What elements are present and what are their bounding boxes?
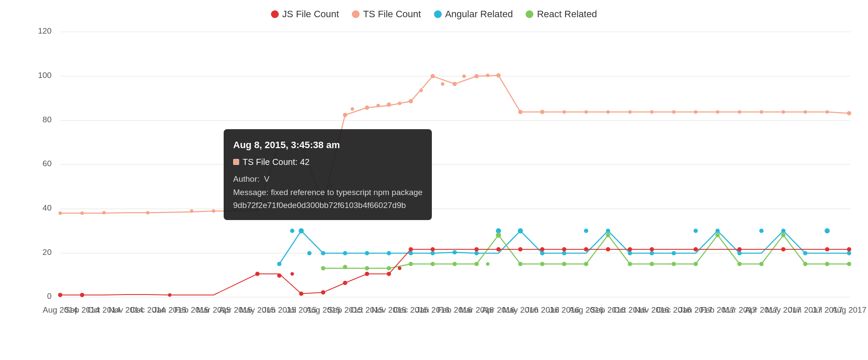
chart-container: JS File Count TS File Count Angular Rela… bbox=[0, 0, 868, 360]
legend-label-angular: Angular Related bbox=[445, 9, 513, 20]
ts-dot bbox=[606, 110, 610, 114]
ts-dot bbox=[441, 82, 444, 86]
react-dot bbox=[584, 262, 588, 266]
js-dot bbox=[290, 272, 294, 276]
ts-dot bbox=[496, 73, 501, 78]
angular-dot bbox=[518, 228, 523, 233]
react-dot bbox=[387, 266, 391, 270]
angular-dot bbox=[715, 229, 720, 233]
react-dot bbox=[781, 233, 785, 237]
js-dot bbox=[398, 267, 401, 270]
ts-dot bbox=[255, 208, 259, 211]
js-dot bbox=[496, 247, 501, 251]
angular-dot bbox=[847, 251, 851, 255]
angular-dot bbox=[693, 229, 698, 233]
ts-dot bbox=[738, 110, 741, 114]
react-dot bbox=[715, 233, 720, 237]
angular-dot bbox=[781, 229, 785, 233]
legend-item-angular: Angular Related bbox=[434, 9, 513, 20]
svg-text:0: 0 bbox=[47, 292, 52, 301]
js-dot bbox=[321, 290, 325, 295]
ts-dot bbox=[212, 209, 215, 213]
react-dot bbox=[562, 262, 566, 266]
react-dot bbox=[518, 262, 523, 266]
js-dot bbox=[540, 247, 545, 251]
angular-dot bbox=[277, 262, 281, 266]
angular-dot bbox=[321, 251, 325, 255]
legend-label-ts: TS File Count bbox=[363, 9, 421, 20]
angular-dot bbox=[343, 251, 347, 255]
react-dot bbox=[343, 265, 347, 269]
react-dot bbox=[409, 262, 413, 266]
legend-item-ts: TS File Count bbox=[352, 9, 421, 20]
ts-dot bbox=[847, 111, 851, 115]
js-dot bbox=[825, 247, 829, 251]
js-dot bbox=[781, 247, 785, 251]
legend-dot-js bbox=[271, 10, 279, 18]
ts-dot bbox=[825, 110, 829, 114]
js-dot bbox=[343, 281, 347, 285]
angular-dot bbox=[628, 251, 632, 255]
angular-dot bbox=[759, 229, 763, 233]
ts-dot bbox=[80, 211, 84, 215]
ts-dot bbox=[190, 209, 194, 213]
angular-dot bbox=[584, 229, 588, 233]
ts-dot bbox=[365, 106, 369, 110]
ts-dot bbox=[419, 89, 423, 92]
ts-dot bbox=[803, 110, 807, 114]
js-dot bbox=[299, 292, 303, 296]
js-dot bbox=[365, 272, 369, 276]
ts-dot bbox=[234, 208, 237, 212]
angular-dot bbox=[290, 229, 294, 233]
svg-text:20: 20 bbox=[43, 248, 52, 257]
react-dot bbox=[650, 262, 654, 266]
react-dot bbox=[486, 262, 489, 266]
js-dot bbox=[409, 247, 413, 251]
react-dot bbox=[847, 262, 851, 266]
svg-text:80: 80 bbox=[43, 115, 52, 124]
angular-dot bbox=[803, 251, 807, 255]
react-dot bbox=[825, 262, 829, 266]
react-dot bbox=[671, 262, 676, 266]
react-dot bbox=[321, 266, 325, 270]
js-dot bbox=[80, 293, 84, 297]
legend-dot-angular bbox=[434, 10, 442, 18]
ts-dot bbox=[102, 211, 106, 214]
react-dot bbox=[452, 262, 457, 266]
chart-area: .grid-line { stroke: #e0e0e0; stroke-wid… bbox=[26, 30, 859, 326]
react-dot bbox=[759, 262, 763, 266]
js-dot bbox=[431, 247, 435, 251]
ts-dot bbox=[431, 74, 435, 78]
ts-dot bbox=[343, 113, 347, 117]
ts-dot bbox=[474, 74, 479, 78]
legend-dot-ts bbox=[352, 10, 360, 18]
ts-dot bbox=[452, 82, 457, 86]
angular-dot bbox=[737, 251, 742, 255]
js-dot bbox=[693, 247, 698, 251]
react-dot bbox=[496, 233, 501, 238]
chart-svg: .grid-line { stroke: #e0e0e0; stroke-wid… bbox=[26, 30, 859, 326]
js-dot bbox=[737, 247, 742, 251]
js-dot bbox=[584, 247, 588, 251]
ts-dot bbox=[540, 110, 545, 114]
ts-line bbox=[60, 75, 849, 213]
ts-dot bbox=[518, 110, 523, 114]
angular-dot bbox=[365, 251, 369, 255]
ts-dot bbox=[650, 110, 654, 114]
legend-item-react: React Related bbox=[526, 9, 597, 20]
react-dot bbox=[693, 262, 698, 266]
angular-dot bbox=[431, 251, 435, 255]
react-dot bbox=[803, 262, 807, 266]
svg-text:Aug 2017: Aug 2017 bbox=[831, 305, 866, 314]
ts-dot bbox=[321, 202, 325, 206]
js-dot bbox=[847, 247, 851, 251]
angular-dot bbox=[307, 251, 311, 255]
js-dot bbox=[255, 272, 259, 276]
react-dot bbox=[540, 262, 545, 266]
svg-text:60: 60 bbox=[43, 159, 52, 168]
js-dot bbox=[277, 273, 281, 278]
react-dot bbox=[737, 262, 742, 266]
js-dot bbox=[562, 247, 566, 251]
ts-dot bbox=[782, 110, 785, 114]
angular-dot bbox=[606, 229, 610, 233]
